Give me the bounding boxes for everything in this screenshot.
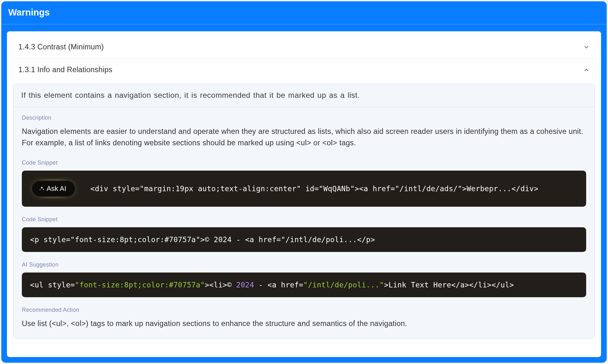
description-text: Navigation elements are easier to unders… bbox=[22, 126, 586, 149]
accordion-label: 1.4.3 Contrast (Minimum) bbox=[18, 43, 104, 51]
code-text: <div style="margin:19px auto;text-align:… bbox=[90, 185, 538, 193]
panel-body: 1.4.3 Contrast (Minimum) 1.3.1 Info and … bbox=[7, 31, 601, 357]
code-snippet-block: Ask AI <div style="margin:19px auto;text… bbox=[22, 171, 586, 207]
accordion-item-info-relationships[interactable]: 1.3.1 Info and Relationships bbox=[13, 59, 595, 81]
recommended-action-text: Use list (<ul>, <ol>) tags to mark up na… bbox=[22, 318, 586, 329]
description-label: Description bbox=[22, 115, 586, 121]
divider bbox=[13, 343, 595, 343]
code-snippet-label: Code Snippet bbox=[22, 160, 586, 166]
issue-summary: If this element contains a navigation se… bbox=[14, 84, 594, 107]
code-text: <ul style="font-size:8pt;color:#70757a">… bbox=[30, 281, 514, 289]
code-text: <p style="font-size:8pt;color:#70757a">©… bbox=[30, 235, 375, 244]
chevron-up-icon bbox=[583, 67, 590, 73]
accordion-item-contrast[interactable]: 1.4.3 Contrast (Minimum) bbox=[13, 36, 595, 59]
accordion-label: 1.3.1 Info and Relationships bbox=[18, 66, 112, 74]
warnings-panel: Warnings 1.4.3 Contrast (Minimum) 1.3.1 … bbox=[1, 1, 607, 363]
ai-suggestion-label: AI Suggestion bbox=[22, 261, 586, 268]
code-snippet-block: <p style="font-size:8pt;color:#70757a">©… bbox=[22, 227, 586, 252]
code-snippet-label: Code Snippet bbox=[22, 216, 586, 223]
ask-ai-label: Ask AI bbox=[47, 185, 66, 193]
ask-ai-button[interactable]: Ask AI bbox=[32, 181, 75, 197]
sparkle-icon bbox=[39, 186, 45, 191]
chevron-down-icon bbox=[583, 44, 590, 50]
ai-suggestion-block: <ul style="font-size:8pt;color:#70757a">… bbox=[22, 273, 586, 297]
panel-title: Warnings bbox=[1, 1, 607, 24]
issue-detail-card: If this element contains a navigation se… bbox=[13, 84, 595, 339]
recommended-action-label: Recommended Action bbox=[22, 307, 586, 313]
